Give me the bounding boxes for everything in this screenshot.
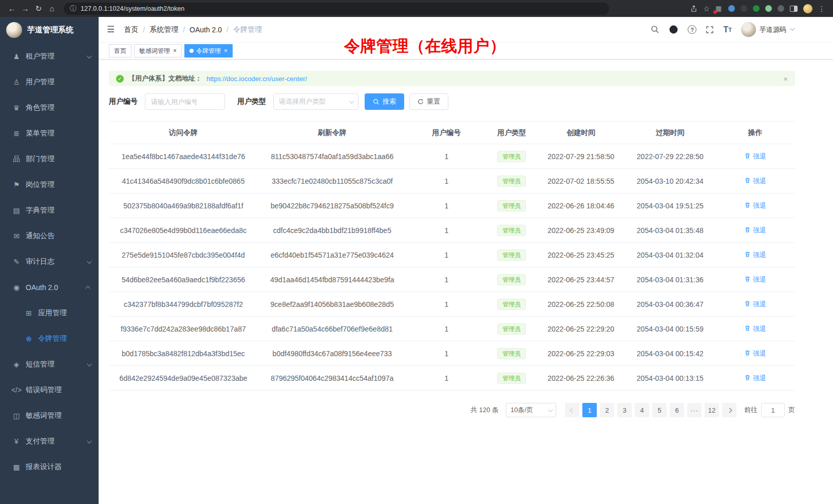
sidebar-item-tenant[interactable]: ♟租户管理 [0,44,99,69]
sidebar-item-user[interactable]: ♙用户管理 [0,69,99,95]
sidebar-subitem-token[interactable]: ⊛令牌管理 [0,326,99,352]
close-icon[interactable]: × [224,48,228,54]
reload-icon[interactable]: ↻ [32,4,45,13]
user-menu[interactable]: 芋道源码 [741,22,793,37]
browser-menu-icon[interactable]: ⋮ [818,5,826,13]
column-header: 用户类型 [486,122,537,144]
force-logout-button[interactable]: 强退 [744,152,766,161]
bookmark-star-icon[interactable]: ☆ [703,5,710,13]
share-icon[interactable] [690,5,697,12]
chevron-down-icon [87,260,90,264]
table-row: c342377bf8b344799dcbf7bf095287f29ce8ef2a… [109,292,795,317]
sidebar-item-notice[interactable]: ✉通知公告 [0,223,99,249]
expire-time-cell: 2054-03-04 00:36:47 [625,292,715,317]
breadcrumb-item[interactable]: OAuth 2.0 [190,26,222,34]
search-icon[interactable] [651,25,659,34]
create-time-cell: 2022-06-25 22:26:36 [537,366,625,391]
sidebar-item-dict[interactable]: ▤字典管理 [0,198,99,223]
help-icon[interactable]: ? [688,25,696,34]
search-button[interactable]: 搜索 [365,93,404,110]
breadcrumb-item[interactable]: 系统管理 [149,25,178,34]
access-token-cell: b0d1785bc3a8482f812db4a3f3bd15ec [109,341,258,366]
sidebar-item-post[interactable]: ⚑岗位管理 [0,172,99,198]
sidebar-item-report[interactable]: ▦报表设计器 [0,454,99,480]
close-icon[interactable]: × [783,74,788,83]
main-panel: ☰ 首页/系统管理/OAuth 2.0/令牌管理 ? TT 芋道源码 [99,17,833,504]
force-logout-button[interactable]: 强退 [744,275,766,284]
sidebar-item-dept[interactable]: 品部门管理 [0,146,99,172]
tab-label: 敏感词管理 [139,47,170,55]
extension-gray-icon[interactable] [778,5,784,12]
extension-blue-icon[interactable] [728,5,735,12]
access-token-cell: c347026e805e4d99b0d116eae66eda8c [109,218,258,243]
force-logout-button[interactable]: 强退 [744,324,766,334]
pagination-page-12[interactable]: 12 [705,403,719,417]
pagination-next[interactable] [722,403,736,417]
action-cell: 强退 [715,292,795,317]
sidebar-item-sms[interactable]: ◈短信管理 [0,352,99,377]
sidebar-item-errcode[interactable]: </>错误码管理 [0,377,99,403]
force-logout-button[interactable]: 强退 [744,250,766,260]
site-info-icon[interactable]: ⓘ [70,4,77,13]
delete-icon [744,374,751,382]
refresh-token-cell: 333ecfc71e02480cb11055c875c3ca0f [258,169,407,193]
sidebar-item-menu[interactable]: ≣菜单管理 [0,121,99,146]
jump-page-input[interactable] [761,403,785,417]
access-token-cell: 6d842e2924594de9a09e45e087323abe [109,366,258,391]
github-icon[interactable] [669,25,678,34]
extension-grid-icon[interactable]: ▦ [715,5,723,12]
pagination-prev[interactable] [565,403,579,417]
extension-puzzle-icon[interactable] [765,5,772,12]
user-type-badge: 管理员 [497,249,526,261]
user-id-cell: 1 [407,341,486,366]
pagination-page-3[interactable]: 3 [617,403,632,417]
sidebar-subitem-app[interactable]: ⊞应用管理 [0,300,99,326]
home-icon[interactable]: ⌂ [45,4,59,13]
font-size-icon[interactable]: TT [723,25,732,34]
browser-profile-avatar[interactable] [803,4,812,13]
forward-icon[interactable]: → [18,4,32,13]
pagination-page-2[interactable]: 2 [600,403,614,417]
user-id-cell: 1 [407,169,486,193]
force-logout-button[interactable]: 强退 [744,226,766,235]
force-logout-button[interactable]: 强退 [744,300,766,309]
page-size-select[interactable]: 10条/页 [506,403,556,417]
access-token-cell: f9336e7c7dd242a283ee98dc86b17a87 [109,317,258,341]
pagination-page-4[interactable]: 4 [635,403,649,417]
fullscreen-icon[interactable] [706,26,714,34]
sidebar-item-oauth[interactable]: ◉OAuth 2.0 [0,275,99,300]
breadcrumb-item[interactable]: 首页 [124,25,138,34]
extension-dark-icon[interactable] [741,5,747,12]
app-logo[interactable]: 芋道管理系统 [0,17,99,43]
refresh-token-cell: cdfc4ce9c2da4bb1bdf21b9918ff4be5 [258,218,407,243]
sidebar-item-label: 字典管理 [26,206,54,215]
force-logout-button[interactable]: 强退 [744,374,766,383]
tab-token[interactable]: 令牌管理× [184,44,233,57]
tab-sensitive-word[interactable]: 敏感词管理× [134,44,182,57]
reset-button[interactable]: 重置 [409,93,448,110]
user-type-select[interactable]: 请选择用户类型 [273,93,358,110]
sidebar-item-log[interactable]: ✎审计日志 [0,249,99,275]
sidebar-item-pay[interactable]: ¥支付管理 [0,429,99,454]
back-icon[interactable]: ← [5,4,18,13]
sidebar-item-sensitive[interactable]: ◫敏感词管理 [0,403,99,429]
pagination-page-1[interactable]: 1 [582,403,597,417]
force-logout-label: 强退 [753,177,766,186]
tab-home[interactable]: 首页 [109,44,131,57]
doc-link[interactable]: https://doc.iocoder.cn/user-center/ [206,75,307,83]
force-logout-button[interactable]: 强退 [744,201,766,210]
force-logout-button[interactable]: 强退 [744,349,766,358]
force-logout-button[interactable]: 强退 [744,177,766,186]
extension-green-icon[interactable] [753,5,760,12]
create-time-cell: 2022-06-25 23:45:25 [537,243,625,267]
split-view-icon[interactable] [790,6,798,12]
pagination-page-5[interactable]: 5 [652,403,667,417]
sidebar-item-role[interactable]: ♛角色管理 [0,95,99,121]
pagination-page-6[interactable]: 6 [670,403,684,417]
pagination-more[interactable]: ··· [687,403,702,417]
close-icon[interactable]: × [173,48,177,54]
menu-fold-icon[interactable]: ☰ [107,24,115,35]
sidebar-item-label: 部门管理 [26,154,54,164]
url-bar[interactable]: ⓘ 127.0.0.1:1024/system/oauth2/token [64,3,609,15]
user-id-input[interactable] [145,93,225,110]
